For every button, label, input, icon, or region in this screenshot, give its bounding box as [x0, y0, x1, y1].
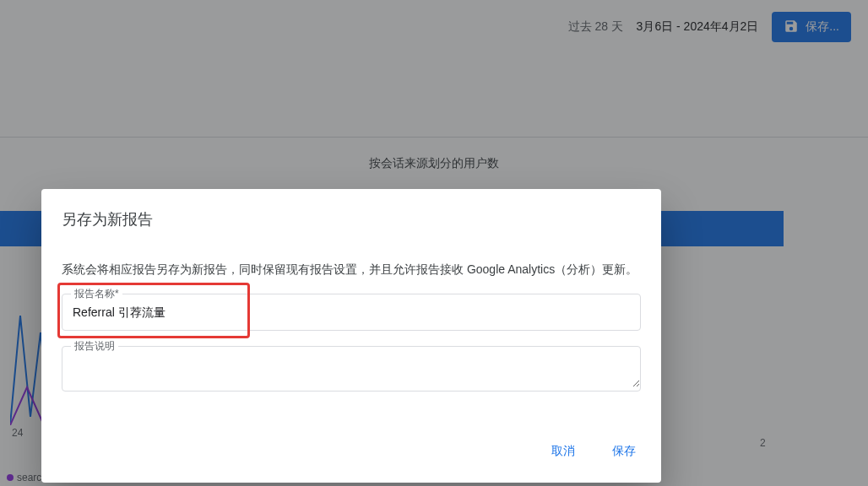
save-as-dialog: 另存为新报告 系统会将相应报告另存为新报告，同时保留现有报告设置，并且允许报告接…	[41, 189, 661, 483]
dialog-description: 系统会将相应报告另存为新报告，同时保留现有报告设置，并且允许报告接收 Googl…	[62, 260, 641, 278]
report-name-input[interactable]	[62, 294, 640, 330]
confirm-save-button[interactable]: 保存	[607, 437, 641, 466]
report-name-label: 报告名称*	[71, 287, 122, 301]
dialog-title: 另存为新报告	[62, 209, 641, 230]
cancel-button[interactable]: 取消	[546, 437, 580, 466]
dialog-actions: 取消 保存	[62, 407, 641, 472]
report-name-field: 报告名称*	[62, 294, 641, 331]
report-desc-label: 报告说明	[71, 339, 118, 354]
report-desc-field: 报告说明	[62, 346, 641, 392]
report-desc-textarea[interactable]	[62, 347, 640, 387]
